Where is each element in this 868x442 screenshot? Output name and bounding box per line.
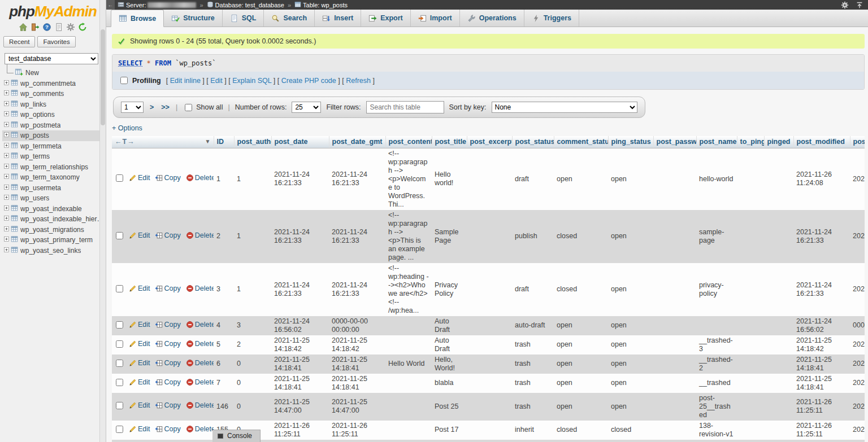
cell-post_date_gmt[interactable]: 2021-11-26 11:25:11 <box>329 440 385 442</box>
cell-post_content[interactable]: <!-- wp:paragraph --> <p>This is an exam… <box>385 210 432 263</box>
cell-post_excerpt[interactable] <box>467 374 512 393</box>
cell-post_excerpt[interactable] <box>467 316 512 335</box>
cell-post_content[interactable]: <!-- wp:heading --><h2>Who we are</h2><!… <box>385 263 432 316</box>
cell-post_date[interactable]: 2021-11-25 14:18:41 <box>271 355 329 374</box>
row-delete-link[interactable]: Delete <box>186 401 214 409</box>
cell-ID[interactable]: 5 <box>214 335 234 355</box>
column-header-post_modified[interactable]: post_modified <box>793 136 850 148</box>
expand-plus-icon[interactable] <box>3 215 10 223</box>
row-checkbox[interactable] <box>116 285 123 292</box>
cell-post_password[interactable] <box>653 393 696 421</box>
cell-post_content[interactable] <box>385 393 432 421</box>
cell-ID[interactable]: 2 <box>214 210 234 263</box>
cell-post_content[interactable] <box>385 316 432 335</box>
cell-post_modified_gmt[interactable]: 2021 <box>850 440 865 442</box>
console-button[interactable]: Console <box>212 430 261 442</box>
tree-item-wp_yoast_migrations[interactable]: wp_yoast_migrations <box>2 225 106 235</box>
row-edit-link[interactable]: Edit <box>129 285 150 292</box>
cell-post_status[interactable]: inherit <box>512 440 554 442</box>
cell-post_date_gmt[interactable]: 2021-11-24 16:21:33 <box>329 148 385 210</box>
cell-to_ping[interactable] <box>737 355 764 374</box>
expand-plus-icon[interactable] <box>3 90 10 98</box>
row-edit-link[interactable]: Edit <box>129 401 150 409</box>
tree-item-wp_term_relationships[interactable]: wp_term_relationships <box>2 162 106 173</box>
cell-post_name[interactable]: 137-revision-v1 <box>696 440 737 442</box>
cell-post_author[interactable]: 0 <box>234 393 271 421</box>
cell-post_author[interactable]: 1 <box>234 148 271 210</box>
row-copy-link[interactable]: Copy <box>155 285 181 292</box>
column-header-post_content[interactable]: post_content <box>385 136 432 148</box>
cell-ping_status[interactable]: open <box>608 210 653 263</box>
tree-item-wp_comments[interactable]: wp_comments <box>2 89 106 99</box>
row-checkbox[interactable] <box>116 426 123 433</box>
cell-pinged[interactable] <box>764 421 793 440</box>
cell-post_author[interactable]: 0 <box>234 374 271 393</box>
favorites-tables-button[interactable]: Favorites <box>37 36 75 47</box>
expand-plus-icon[interactable] <box>3 111 10 119</box>
tree-item-wp_termmeta[interactable]: wp_termmeta <box>2 141 106 152</box>
tab-search[interactable]: Search <box>264 10 315 27</box>
column-header-post_author[interactable]: post_author <box>234 136 271 148</box>
cell-post_password[interactable] <box>653 335 696 355</box>
cell-post_date[interactable]: 2021-11-24 16:21:33 <box>271 148 329 210</box>
tree-item-wp_terms[interactable]: wp_terms <box>2 151 106 162</box>
cell-post_date[interactable]: 2021-11-26 11:25:11 <box>271 421 329 440</box>
settings-icon[interactable] <box>66 23 75 32</box>
cell-post_password[interactable] <box>653 316 696 335</box>
cell-pinged[interactable] <box>764 374 793 393</box>
cell-post_name[interactable]: hello-world <box>696 148 737 210</box>
cell-post_content[interactable] <box>385 374 432 393</box>
column-header-post_date_gmt[interactable]: post_date_gmt <box>329 136 385 148</box>
cell-post_title[interactable]: blabla <box>432 374 467 393</box>
cell-ping_status[interactable]: open <box>608 263 653 316</box>
filter-rows-input[interactable] <box>366 101 444 113</box>
cell-comment_status[interactable]: open <box>554 393 608 421</box>
row-edit-link[interactable]: Edit <box>129 425 150 433</box>
cell-post_excerpt[interactable] <box>467 440 512 442</box>
cell-to_ping[interactable] <box>737 374 764 393</box>
tab-import[interactable]: Import <box>411 10 460 27</box>
cell-post_name[interactable]: sample-page <box>696 210 737 263</box>
profiling-checkbox[interactable] <box>120 77 128 84</box>
cell-post_date[interactable]: 2021-11-24 16:56:02 <box>271 316 329 335</box>
cell-post_date[interactable]: 2021-11-26 11:25:11 <box>271 440 329 442</box>
cell-post_password[interactable] <box>653 210 696 263</box>
row-checkbox[interactable] <box>116 174 123 182</box>
cell-post_status[interactable]: trash <box>512 393 554 421</box>
cell-post_content[interactable] <box>385 335 432 355</box>
home-icon[interactable] <box>19 23 28 32</box>
expand-plus-icon[interactable] <box>3 80 10 87</box>
tree-item-wp_yoast_indexable[interactable]: wp_yoast_indexable <box>2 204 106 215</box>
row-edit-link[interactable]: Edit <box>129 378 150 386</box>
cell-post_excerpt[interactable] <box>467 393 512 421</box>
row-delete-link[interactable]: Delete <box>186 231 214 239</box>
cell-post_excerpt[interactable] <box>467 355 512 374</box>
cell-post_name[interactable]: __trashed-3 <box>696 335 737 355</box>
row-checkbox[interactable] <box>116 321 123 329</box>
row-delete-link[interactable]: Delete <box>186 378 214 386</box>
cell-post_modified_gmt[interactable]: 2021 <box>850 421 865 440</box>
tab-structure[interactable]: Structure <box>164 10 223 27</box>
logout-icon[interactable] <box>31 23 40 32</box>
cell-post_date[interactable]: 2021-11-24 16:21:33 <box>271 210 329 263</box>
expand-plus-icon[interactable] <box>3 184 10 192</box>
tree-item-wp_options[interactable]: wp_options <box>2 110 106 120</box>
expand-plus-icon[interactable] <box>3 236 10 244</box>
cell-ping_status[interactable]: open <box>608 393 653 421</box>
cell-post_title[interactable]: Auto Draft <box>432 316 467 335</box>
tree-item-wp_links[interactable]: wp_links <box>2 99 106 110</box>
cell-post_title[interactable]: Post 17 <box>432 421 467 440</box>
expand-plus-icon[interactable] <box>3 226 10 234</box>
cell-comment_status[interactable]: open <box>554 148 608 210</box>
cell-post_excerpt[interactable] <box>467 335 512 355</box>
cell-post_modified[interactable]: 2021-11-26 11:25:11 <box>793 440 850 442</box>
expand-plus-icon[interactable] <box>3 247 10 255</box>
cell-post_status[interactable]: trash <box>512 335 554 355</box>
cell-ID[interactable]: 7 <box>214 374 234 393</box>
cell-post_modified_gmt[interactable]: 2021 <box>850 355 865 374</box>
cell-ID[interactable]: 146 <box>214 393 234 421</box>
cell-comment_status[interactable]: open <box>554 355 608 374</box>
cell-pinged[interactable] <box>764 440 793 442</box>
cell-post_modified_gmt[interactable]: 2021 <box>850 210 865 263</box>
expand-plus-icon[interactable] <box>3 173 10 181</box>
